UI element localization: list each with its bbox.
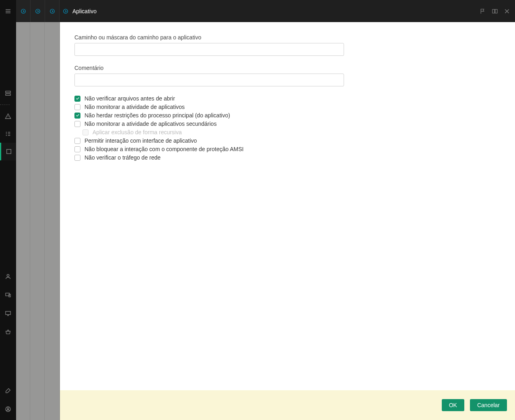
check-amsi[interactable]	[74, 146, 80, 152]
breadcrumb	[16, 0, 60, 22]
modal-title: Aplicativo	[72, 8, 97, 14]
menu-icon[interactable]	[0, 2, 16, 20]
check-monitor-secondary-label[interactable]: Não monitorar a atividade de aplicativos…	[84, 121, 216, 127]
comment-input[interactable]	[74, 74, 344, 86]
rail-item-user[interactable]	[0, 267, 16, 286]
check-allow-ui-interaction[interactable]	[74, 138, 80, 144]
breadcrumb-back-1[interactable]	[16, 0, 31, 22]
check-monitor-activity-label[interactable]: Não monitorar a atividade de aplicativos	[84, 104, 185, 110]
svg-rect-2	[6, 150, 11, 154]
check-network-traffic-label[interactable]: Não verificar o tráfego de rede	[84, 154, 161, 161]
rail-item-monitor[interactable]	[0, 304, 16, 323]
left-rail	[0, 0, 16, 420]
path-label: Caminho ou máscara do caminho para o apl…	[74, 34, 344, 41]
svg-point-12	[64, 9, 68, 13]
check-apply-recursive-row: Aplicar exclusão de forma recursiva	[74, 128, 344, 137]
check-allow-ui-interaction-row: Permitir interação com interface de apli…	[74, 137, 344, 145]
check-monitor-secondary-row: Não monitorar a atividade de aplicativos…	[74, 120, 344, 128]
checkbox-group: Não verificar arquivos antes de abrir Nã…	[74, 94, 344, 162]
svg-point-11	[50, 9, 54, 13]
modal-footer: OK Cancelar	[60, 390, 515, 420]
book-icon[interactable]	[492, 8, 498, 14]
check-network-traffic-row: Não verificar o tráfego de rede	[74, 154, 344, 162]
svg-point-3	[7, 275, 9, 277]
rail-item-settings[interactable]	[0, 381, 16, 400]
cancel-button[interactable]: Cancelar	[470, 399, 507, 411]
check-apply-recursive-label: Aplicar exclusão de forma recursiva	[93, 129, 182, 135]
check-network-traffic[interactable]	[74, 155, 80, 161]
svg-point-10	[35, 9, 40, 13]
svg-rect-6	[6, 311, 10, 315]
check-scan-before-open-row: Não verificar arquivos antes de abrir	[74, 94, 344, 103]
check-amsi-label[interactable]: Não bloquear a interação com o component…	[84, 146, 243, 152]
check-inherit-restrictions[interactable]	[74, 113, 80, 119]
rail-divider	[0, 104, 10, 105]
rail-item-devices[interactable]	[0, 286, 16, 304]
svg-rect-1	[6, 94, 10, 95]
ok-button[interactable]: OK	[442, 399, 464, 411]
path-input[interactable]	[74, 43, 344, 56]
modal-body: Caminho ou máscara do caminho para o apl…	[60, 22, 515, 390]
comment-label: Comentário	[74, 65, 344, 71]
breadcrumb-back-2[interactable]	[31, 0, 45, 22]
close-icon[interactable]	[504, 8, 510, 14]
check-monitor-secondary[interactable]	[74, 121, 80, 127]
rail-item-active[interactable]	[0, 143, 16, 160]
check-apply-recursive	[82, 129, 89, 135]
check-inherit-restrictions-row: Não herdar restrições do processo princi…	[74, 111, 344, 120]
check-monitor-activity[interactable]	[74, 104, 80, 110]
rail-item-basket[interactable]	[0, 323, 16, 341]
check-scan-before-open[interactable]	[74, 96, 80, 102]
svg-rect-0	[6, 91, 10, 93]
rail-item-list[interactable]	[0, 125, 16, 143]
check-scan-before-open-label[interactable]: Não verificar arquivos antes de abrir	[84, 95, 175, 102]
app-modal: Aplicativo Caminho ou máscara do caminho…	[60, 0, 515, 420]
app-icon	[63, 8, 68, 14]
rail-item-account[interactable]	[0, 400, 16, 418]
check-inherit-restrictions-label[interactable]: Não herdar restrições do processo princi…	[84, 112, 230, 119]
breadcrumb-back-3[interactable]	[45, 0, 60, 22]
rail-item-warning[interactable]	[0, 107, 16, 125]
svg-point-9	[21, 9, 25, 13]
check-amsi-row: Não bloquear a interação com o component…	[74, 145, 344, 154]
check-allow-ui-interaction-label[interactable]: Permitir interação com interface de apli…	[84, 137, 197, 144]
svg-point-8	[7, 408, 9, 410]
rail-item-dashboard[interactable]	[0, 84, 16, 102]
modal-header: Aplicativo	[16, 0, 515, 22]
flag-icon[interactable]	[480, 8, 486, 14]
check-monitor-activity-row: Não monitorar a atividade de aplicativos	[74, 103, 344, 111]
